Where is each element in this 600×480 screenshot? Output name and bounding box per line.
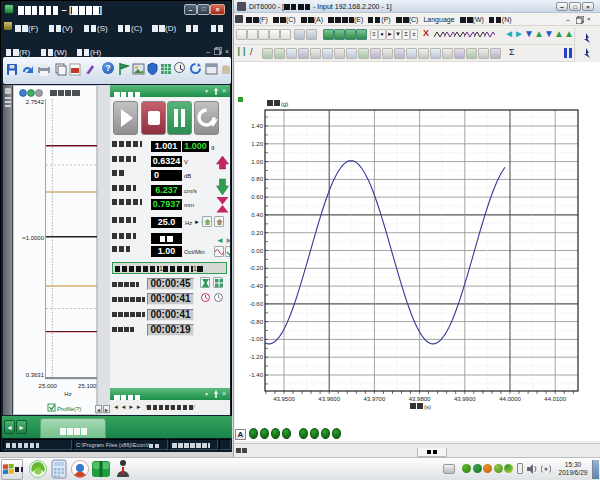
svg-text:43.9700: 43.9700 — [364, 396, 386, 402]
svg-text:1.00: 1.00 — [251, 159, 263, 165]
svg-text:44.0100: 44.0100 — [544, 396, 566, 402]
svg-text:43.9900: 43.9900 — [454, 396, 476, 402]
svg-text:1.40: 1.40 — [251, 123, 263, 129]
svg-text:0.60: 0.60 — [251, 194, 263, 200]
svg-text:1.20: 1.20 — [251, 141, 263, 147]
svg-text:≈1.0000: ≈1.0000 — [22, 235, 44, 241]
svg-text:(s): (s) — [424, 404, 431, 410]
svg-text:Profile(?): Profile(?) — [57, 406, 81, 412]
svg-text:0.80: 0.80 — [251, 176, 263, 182]
svg-text:-0.60: -0.60 — [249, 301, 263, 307]
svg-text:-0.40: -0.40 — [249, 283, 263, 289]
svg-text:0.00: 0.00 — [251, 248, 263, 254]
svg-text:-1.00: -1.00 — [249, 336, 263, 342]
svg-text:-1.20: -1.20 — [249, 354, 263, 360]
svg-text:25.000: 25.000 — [39, 383, 58, 389]
svg-text:-0.80: -0.80 — [249, 319, 263, 325]
svg-text:43.9500: 43.9500 — [273, 396, 295, 402]
svg-text:25.100: 25.100 — [78, 383, 97, 389]
svg-text:Hz: Hz — [64, 391, 71, 397]
svg-text:43.9800: 43.9800 — [409, 396, 431, 402]
svg-text:44.0000: 44.0000 — [499, 396, 521, 402]
svg-text:0.40: 0.40 — [251, 212, 263, 218]
svg-text:(g): (g) — [281, 101, 288, 107]
svg-text:0.20: 0.20 — [251, 230, 263, 236]
svg-text:43.9600: 43.9600 — [318, 396, 340, 402]
svg-text:-0.20: -0.20 — [249, 265, 263, 271]
svg-text:-1.40: -1.40 — [249, 372, 263, 378]
svg-text:2.7542: 2.7542 — [26, 99, 45, 105]
svg-text:0.3631: 0.3631 — [26, 372, 45, 378]
